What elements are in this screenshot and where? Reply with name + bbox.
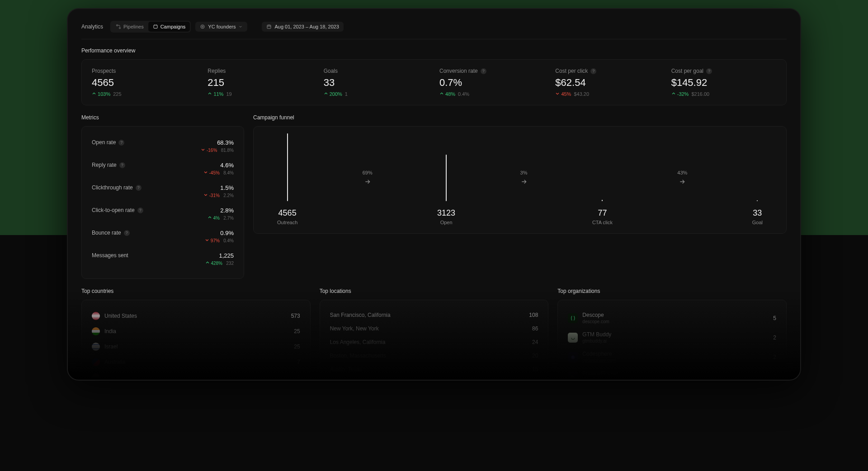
metric-value: 1,225 [205,252,234,259]
target-icon [200,24,205,29]
metric-label: Open rate ? [92,139,124,146]
org-logo-icon: ( ) [568,313,578,323]
selector-label: YC founders [208,24,236,29]
country-name: Israel [104,344,118,350]
campaign-selector[interactable]: YC founders [195,22,247,32]
overview-stat: Replies 215 11% 19 [208,68,312,97]
organizations-card: ( ) Descope descope.com 5 ◡ GTM Buddy gt… [557,300,787,380]
flag-icon [92,327,100,335]
country-row[interactable]: Israel 25 [92,339,300,354]
metrics-card: Open rate ? 68.3% -16% 81.8% Reply rate … [81,126,244,279]
location-row[interactable]: San Francisco, California 108 [330,308,538,322]
funnel-label: Goal [752,220,763,225]
country-row[interactable]: United Kingdom 6 [92,370,300,380]
conversion-pct: 43% [677,170,687,175]
organization-row[interactable]: ◉ Codesphere codesphere.com 2 [568,347,776,367]
date-range-picker[interactable]: Aug 01, 2023 – Aug 18, 2023 [262,22,344,32]
country-name: Australia [104,359,126,365]
page-header: Analytics Pipelines Campaigns YC founder… [81,18,787,39]
organizations-section: Top organizations ( ) Descope descope.co… [557,288,787,380]
metric-row: Reply rate ? 4.6% -45% 8.4% [92,157,234,180]
help-icon[interactable]: ? [118,140,124,146]
date-range-label: Aug 01, 2023 – Aug 18, 2023 [274,24,339,29]
flag-icon [92,373,100,380]
metric-value: 2.8% [208,207,234,214]
help-icon[interactable]: ? [124,230,130,236]
svg-point-4 [202,26,203,28]
tab-pipelines[interactable]: Pipelines [111,22,148,32]
metric-row: Bounce rate ? 0.9% 97% 0.4% [92,225,234,248]
flag-icon [92,358,100,366]
trend-up-icon: 428% [205,261,222,266]
funnel-step: 33 Goal [752,200,763,225]
overview-stat: Cost per goal ? $145.92 -32% $216.00 [671,68,776,97]
funnel-conversion: 43% [677,170,687,185]
funnel-value: 77 [598,208,607,218]
organization-row[interactable]: ( ) Descope descope.com 5 [568,308,776,328]
funnel-value: 33 [753,208,762,218]
country-name: India [104,328,116,334]
stat-value: 0.7% [439,77,544,89]
stat-value: $62.54 [555,77,660,89]
location-name: Boston, Massachusetts [330,353,386,359]
funnel-bar [757,200,758,201]
help-icon[interactable]: ? [481,68,486,74]
stat-label: Prospects [92,68,197,74]
org-name: GTM Buddy [582,331,611,338]
stat-delta: 103% 225 [92,91,197,97]
help-icon[interactable]: ? [119,162,125,168]
country-value: 573 [291,313,300,319]
location-value: 108 [529,312,538,318]
flag-icon [92,312,100,320]
svg-point-3 [201,25,204,28]
tab-campaigns[interactable]: Campaigns [148,22,190,32]
location-row[interactable]: New York, New York 86 [330,322,538,335]
org-value: 5 [773,315,776,321]
location-row[interactable]: Seattle, Washington 12 [330,376,538,380]
metric-delta: 97% 0.4% [205,238,234,243]
stat-label: Goals [324,68,429,74]
location-name: New York, New York [330,325,379,332]
arrow-right-icon [520,178,528,185]
help-icon[interactable]: ? [137,207,143,213]
campaigns-icon [153,24,158,29]
stat-value: 4565 [92,77,197,89]
metric-row: Messages sent 1,225 428% 232 [92,248,234,270]
funnel-bar [287,133,288,201]
funnel-bar [602,200,603,201]
section-title: Top countries [81,288,311,294]
location-row[interactable]: Los Angeles, California 24 [330,335,538,349]
org-value: 2 [773,334,776,341]
metric-row: Click-to-open rate ? 2.8% 4% 2.7% [92,203,234,225]
trend-down-icon: 45% [555,91,571,97]
location-row[interactable]: Boston, Massachusetts 20 [330,349,538,363]
country-row[interactable]: India 25 [92,324,300,339]
pipelines-icon [116,24,121,29]
stat-delta: 200% 1 [324,91,429,97]
organization-row[interactable]: ▶ EngageRocket engagerocket.co 2 [568,367,776,380]
country-value: 7 [297,359,300,365]
help-icon[interactable]: ? [706,68,712,74]
trend-up-icon: 11% [208,91,223,97]
flag-icon [92,343,100,351]
location-name: Los Angeles, California [330,339,386,345]
location-value: 24 [532,339,538,345]
org-value: 2 [773,354,776,360]
help-icon[interactable]: ? [136,185,142,191]
trend-up-icon: 48% [439,91,455,97]
stat-label: Cost per goal ? [671,68,776,74]
chevron-down-icon [238,24,243,29]
funnel-step: 4565 Outreach [277,133,297,225]
country-row[interactable]: Australia 7 [92,354,300,370]
metric-label: Messages sent [92,252,128,259]
country-value: 25 [294,328,300,334]
metric-value: 1.5% [203,184,234,191]
location-row[interactable]: Austin, Texas 15 [330,363,538,376]
organization-row[interactable]: ◡ GTM Buddy gtmbuddy.ai 2 [568,328,776,347]
trend-up-icon: 200% [324,91,342,97]
help-icon[interactable]: ? [590,68,596,74]
countries-section: Top countries United States 573 India 25… [81,288,311,380]
funnel-label: CTA click [592,220,613,225]
org-logo-icon: ◡ [568,333,578,343]
country-row[interactable]: United States 573 [92,308,300,324]
